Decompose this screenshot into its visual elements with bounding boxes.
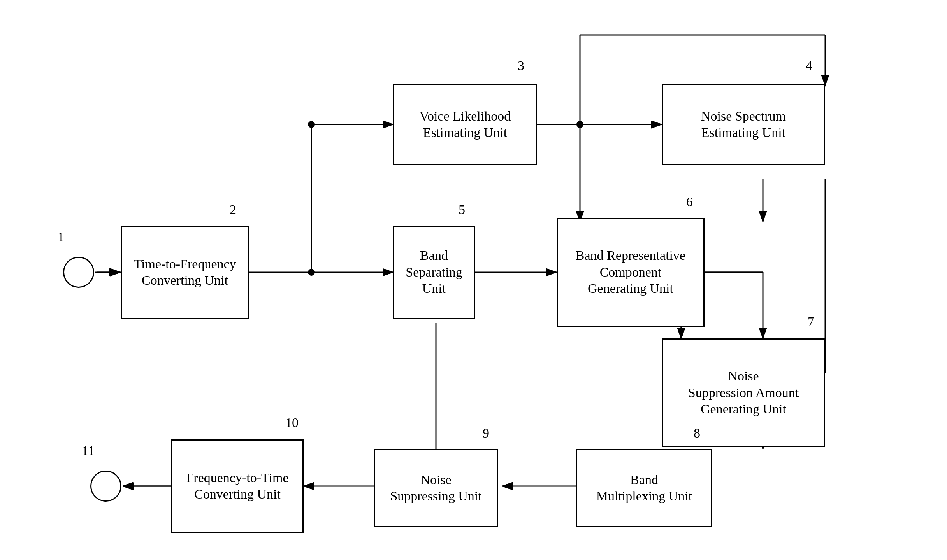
node-1	[63, 257, 94, 288]
block-6-num: 6	[686, 194, 693, 209]
node-1-label: 1	[58, 229, 64, 244]
block-8-num: 8	[694, 426, 700, 441]
block-5-num: 5	[459, 202, 465, 217]
block-2-num: 2	[230, 202, 236, 217]
junction-dot-3	[576, 121, 583, 128]
block-9: NoiseSuppressing Unit	[374, 449, 498, 527]
block-8-label: BandMultiplexing Unit	[596, 472, 692, 505]
block-5-label: BandSeparating Unit	[399, 247, 469, 297]
junction-dot-2	[308, 269, 315, 276]
block-10-num: 10	[285, 415, 299, 430]
block-4-num: 4	[806, 58, 812, 73]
block-2: Time-to-FrequencyConverting Unit	[121, 226, 249, 319]
block-9-num: 9	[483, 426, 489, 441]
node-11	[90, 471, 121, 502]
block-5: BandSeparating Unit	[393, 226, 475, 319]
block-4-label: Noise SpectrumEstimating Unit	[701, 108, 786, 141]
junction-dot-1	[308, 121, 315, 128]
node-11-label: 11	[82, 443, 95, 458]
block-7-num: 7	[808, 314, 814, 329]
block-7: NoiseSuppression AmountGenerating Unit	[662, 338, 825, 447]
block-3: Voice LikelihoodEstimating Unit	[393, 84, 537, 165]
block-10-label: Frequency-to-TimeConverting Unit	[186, 470, 288, 503]
block-2-label: Time-to-FrequencyConverting Unit	[134, 256, 236, 289]
block-4: Noise SpectrumEstimating Unit	[662, 84, 825, 165]
diagram: 1 Time-to-FrequencyConverting Unit 2 Voi…	[0, 0, 947, 560]
block-10: Frequency-to-TimeConverting Unit	[171, 439, 304, 533]
block-9-label: NoiseSuppressing Unit	[390, 472, 481, 505]
block-3-num: 3	[518, 58, 524, 73]
block-8: BandMultiplexing Unit	[576, 449, 712, 527]
block-7-label: NoiseSuppression AmountGenerating Unit	[688, 368, 799, 418]
block-3-label: Voice LikelihoodEstimating Unit	[420, 108, 511, 141]
block-6-label: Band RepresentativeComponentGenerating U…	[576, 247, 685, 297]
block-6: Band RepresentativeComponentGenerating U…	[557, 218, 705, 327]
